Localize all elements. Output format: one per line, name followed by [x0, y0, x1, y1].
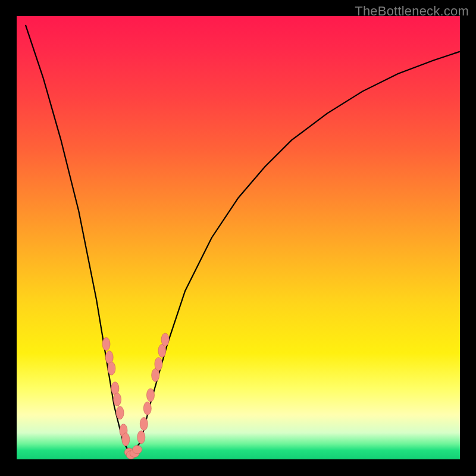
data-dot: [137, 431, 145, 444]
plot-area: [17, 16, 460, 459]
data-dot: [133, 446, 142, 454]
curve-layer: [17, 16, 460, 459]
data-dot: [155, 358, 162, 371]
chart-frame: TheBottleneck.com: [0, 0, 476, 476]
data-dot: [116, 406, 124, 419]
watermark-text: TheBottleneck.com: [355, 4, 469, 19]
data-dot: [108, 362, 115, 375]
data-dot: [122, 433, 130, 446]
data-dot: [161, 333, 169, 346]
data-dot: [140, 417, 148, 430]
bottleneck-curve: [26, 25, 460, 455]
data-dot: [102, 337, 110, 350]
data-dot: [143, 402, 151, 415]
data-dot: [147, 389, 155, 402]
data-dot: [114, 393, 121, 406]
